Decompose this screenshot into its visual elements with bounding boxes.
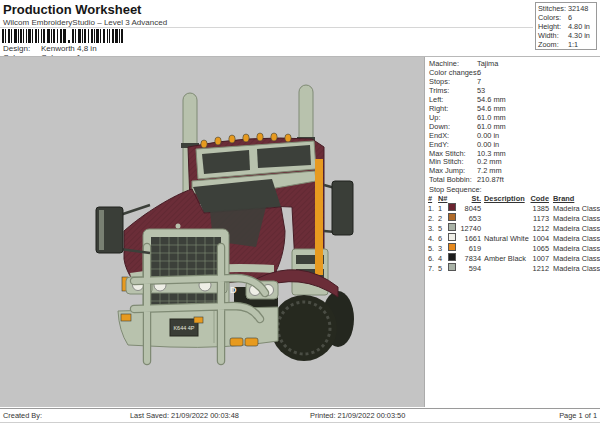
subtitle-divider bbox=[0, 27, 533, 28]
right-mirror-shape bbox=[324, 181, 353, 235]
thread-color-swatch bbox=[448, 203, 456, 211]
thread-color-swatch bbox=[448, 233, 456, 241]
stop-sequence-row: 3.5 12740 1212Madeira Classic 40 bbox=[428, 223, 600, 233]
thread-color-swatch bbox=[448, 243, 456, 251]
door-stripe-shape bbox=[315, 159, 323, 275]
page-title: Production Worksheet bbox=[3, 2, 141, 17]
created-by-label: Created By: bbox=[3, 411, 42, 420]
door-mark-letter: D bbox=[230, 285, 237, 295]
info-panel: Machine:Tajima Color changes:6 Stops:7 T… bbox=[427, 57, 600, 407]
design-name-row: Design:Kenworth 4,8 in bbox=[3, 44, 97, 53]
design-label: Design: bbox=[3, 44, 41, 53]
stop-sequence-title: Stop Sequence: bbox=[427, 185, 600, 194]
summary-row: Colors:6 bbox=[538, 13, 596, 22]
machine-info-row: Down:61.0 mm bbox=[427, 123, 600, 132]
thread-color-swatch bbox=[448, 263, 456, 271]
thread-color-swatch bbox=[448, 253, 456, 261]
footer: Created By: Last Saved: 21/09/2022 00:03… bbox=[0, 409, 600, 423]
license-plate-text: K644 4P bbox=[173, 325, 194, 331]
stop-sequence-row: 5.3 619 1065Madeira Classic 40 bbox=[428, 243, 600, 253]
production-worksheet-page: Production Worksheet Wilcom EmbroiderySt… bbox=[0, 0, 600, 424]
thread-color-swatch bbox=[448, 223, 456, 231]
stop-sequence-row: 6.4 7834Amber Black 1007Madeira Classic … bbox=[428, 253, 600, 263]
page-number-label: Page 1 of 1 bbox=[559, 411, 597, 420]
summary-row: Height:4.80 in bbox=[538, 22, 596, 31]
design-barcode bbox=[2, 29, 126, 43]
machine-info-row: Right:54.6 mm bbox=[427, 105, 600, 114]
front-wheel-shape bbox=[271, 295, 337, 361]
stop-sequence-row: 4.6 1661Natural White 1004Madeira Classi… bbox=[428, 233, 600, 243]
design-value: Kenworth 4,8 in bbox=[41, 44, 97, 53]
thread-color-swatch bbox=[448, 213, 456, 221]
machine-info-row: Color changes:6 bbox=[427, 69, 600, 78]
design-summary-box: Stitches:32148 Colors:6 Height:4.80 in W… bbox=[535, 2, 597, 50]
printed-label: Printed: 21/09/2022 00:03:50 bbox=[310, 411, 405, 420]
embroidery-truck-graphic: D K644 4P bbox=[86, 81, 386, 381]
last-saved-label: Last Saved: 21/09/2022 00:03:48 bbox=[130, 411, 239, 420]
machine-info-row: Total Bobbin:210.87ft bbox=[427, 176, 600, 185]
stop-sequence-row: 2.2 653 1173Madeira Classic 40 bbox=[428, 213, 600, 223]
machine-info-row: Stops:7 bbox=[427, 78, 600, 87]
stop-sequence-row: 1.1 8045 1385Madeira Classic 40 bbox=[428, 203, 600, 213]
machine-info-row: Left:54.6 mm bbox=[427, 96, 600, 105]
bottom-edge-line bbox=[0, 422, 600, 423]
machine-info-row: EndX:0.00 in bbox=[427, 132, 600, 141]
machine-info-row: Up:61.0 mm bbox=[427, 114, 600, 123]
machine-info-row: Trims:53 bbox=[427, 87, 600, 96]
stop-sequence-table: # N# St. Description Code Brand 1.1 8045… bbox=[427, 194, 600, 273]
design-canvas: D K644 4P bbox=[0, 57, 425, 407]
stop-sequence-header-row: # N# St. Description Code Brand bbox=[428, 194, 600, 203]
app-subtitle: Wilcom EmbroideryStudio – Level 3 Advanc… bbox=[3, 18, 167, 27]
summary-row: Width:4.30 in bbox=[538, 31, 596, 40]
summary-row: Zoom:1:1 bbox=[538, 40, 596, 49]
summary-row: Stitches:32148 bbox=[538, 4, 596, 13]
stop-sequence-row: 7.5 594 1212Madeira Classic 40 bbox=[428, 263, 600, 273]
